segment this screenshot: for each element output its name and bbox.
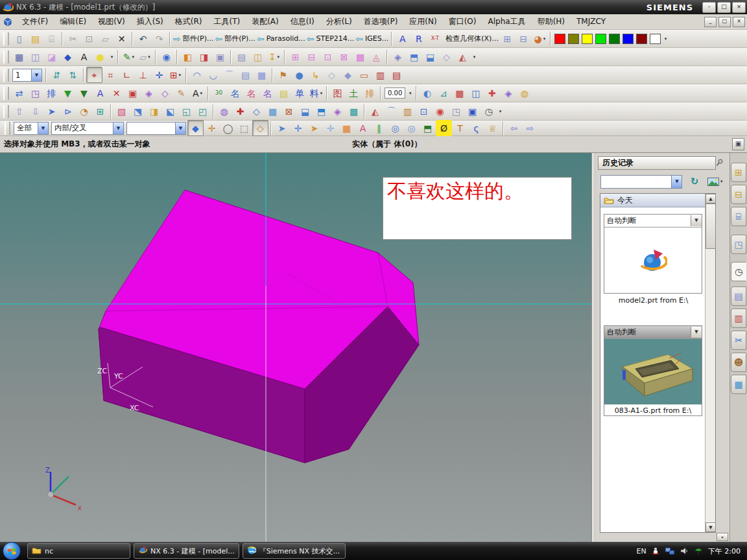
history-item-2[interactable]: 自动判断 ▼ 083-A1-G. — [604, 325, 702, 416]
delete[interactable]: ✕ — [113, 30, 130, 47]
swatch-red[interactable] — [554, 34, 565, 44]
menu-minimize-button[interactable]: _ — [704, 17, 717, 27]
graphics-viewport[interactable]: ZC YC XC Z x 不喜欢这样的。 — [0, 153, 591, 542]
menu-item-view[interactable]: 视图(V) — [92, 16, 131, 27]
curve-dd[interactable]: ▾ — [108, 54, 115, 60]
layer-combo[interactable]: 1▼ — [12, 69, 42, 82]
menu-item-insert[interactable]: 插入(S) — [131, 16, 169, 27]
import-step214[interactable]: ⇦STEP214... — [306, 30, 355, 47]
macro-tes[interactable]: ✕ — [108, 85, 124, 101]
snap-int[interactable]: ✛ — [322, 120, 338, 136]
v7[interactable]: ▧ — [113, 103, 130, 119]
layer-visible[interactable]: ⇅ — [65, 67, 81, 83]
scroll-down-button[interactable]: ▼ — [706, 522, 716, 532]
constraint-navigator-tab[interactable]: ⊟ — [731, 185, 746, 204]
macro-doc[interactable]: ▤ — [276, 85, 292, 101]
roles-tab[interactable]: ☻ — [731, 353, 746, 372]
gold-tool[interactable]: ♕ — [484, 120, 501, 136]
v14[interactable]: ✚ — [232, 103, 248, 119]
import-iges[interactable]: ⇦IGES... — [355, 30, 389, 47]
snap-solid[interactable]: ◆ — [187, 120, 204, 136]
crayons[interactable]: ∥ — [371, 120, 387, 136]
macro-frame[interactable]: ▣ — [124, 85, 141, 101]
menu-item-information[interactable]: 信息(I) — [285, 16, 320, 27]
menu-close-button[interactable]: × — [733, 17, 745, 27]
history-item-2-header[interactable]: 自动判断 ▼ — [604, 326, 702, 339]
wcs-save[interactable]: ⊞▾ — [167, 67, 184, 83]
history-item-1-thumbnail[interactable] — [604, 228, 702, 293]
cut[interactable]: ✂ — [65, 30, 81, 47]
system-materials-tab[interactable]: ▤ — [731, 286, 746, 306]
macro-d7[interactable]: ◍ — [516, 85, 532, 101]
sweep-along[interactable]: ↳ — [307, 67, 324, 83]
visualization[interactable]: ◕▾ — [532, 30, 548, 47]
part-navigator-tab[interactable]: ⌸ — [731, 207, 746, 226]
v21[interactable]: ▩ — [346, 103, 362, 119]
pin-icon[interactable] — [714, 157, 726, 169]
datum-plane[interactable]: ▱▾ — [137, 49, 153, 65]
swept[interactable]: ◠ — [189, 67, 205, 83]
hole[interactable]: ↧▾ — [266, 49, 282, 65]
new[interactable]: ▯ — [11, 30, 27, 47]
menu-item-format[interactable]: 格式(R) — [169, 16, 208, 27]
v23[interactable]: ⌒ — [383, 103, 399, 119]
pink-a[interactable]: A — [355, 120, 371, 136]
layer-settings[interactable]: ⇵ — [49, 67, 65, 83]
history-item-2-dropdown[interactable]: ▼ — [691, 327, 702, 338]
history-section-today[interactable]: 今天 — [600, 194, 706, 207]
method-filter-arrow[interactable]: ▼ — [113, 122, 123, 134]
v24[interactable]: ▥ — [399, 103, 416, 119]
snap-mid[interactable]: ✛ — [290, 120, 306, 136]
nav-forward[interactable]: ⇨ — [522, 120, 538, 136]
import-part[interactable]: ⇦部件(P)... — [214, 30, 255, 47]
four-point[interactable]: ◆ — [340, 67, 356, 83]
macro-part[interactable]: ◳ — [27, 85, 43, 101]
mesh-surface[interactable]: ▤ — [237, 67, 254, 83]
macro-name1[interactable]: 名 — [227, 85, 243, 101]
panel-corner-button[interactable]: ▾ — [717, 533, 728, 541]
menu-item-window[interactable]: 窗口(O) — [443, 16, 482, 27]
assembly-navigator-tab[interactable]: ⊞ — [731, 163, 746, 182]
macro-earth[interactable]: 土 — [346, 85, 362, 101]
color-dd[interactable]: ▾ — [662, 36, 669, 41]
annotation-a[interactable]: A — [394, 30, 410, 47]
swatch-yellow[interactable] — [582, 34, 593, 44]
history-item-2-thumbnail[interactable] — [604, 339, 702, 404]
layer-combo-arrow[interactable]: ▼ — [31, 69, 42, 81]
unite[interactable]: ▤ — [233, 49, 250, 65]
macro-pai[interactable]: 排 — [43, 85, 60, 101]
history-item-1-header[interactable]: 自动判断 ▼ — [604, 215, 702, 228]
menu-restore-button[interactable]: □ — [718, 17, 731, 27]
datum-box-a[interactable]: ◫ — [27, 49, 43, 65]
wire-cube[interactable]: ◇ — [252, 120, 268, 136]
macro-tu[interactable]: 图 — [329, 85, 346, 101]
section-surface[interactable]: ▤ — [388, 67, 405, 83]
swatch-olive[interactable] — [568, 34, 579, 44]
v15[interactable]: ◇ — [248, 103, 265, 119]
menu-item-tmjzcy[interactable]: TMJZCY — [571, 16, 611, 27]
network-tray-icon[interactable] — [665, 546, 675, 556]
macro-text[interactable]: A — [92, 85, 108, 101]
annotation-r[interactable]: R — [410, 30, 427, 47]
view-dd[interactable]: ▾ — [497, 109, 504, 114]
wcs-dynamics[interactable]: ⌖ — [86, 67, 102, 83]
v25[interactable]: ⊡ — [416, 103, 432, 119]
wcs-rotate[interactable]: ∟ — [119, 67, 135, 83]
snap-end[interactable]: ➤ — [274, 120, 290, 136]
history-item-1-dropdown[interactable]: ▼ — [691, 215, 702, 226]
macro-d4[interactable]: ◫ — [468, 85, 484, 101]
history-tab[interactable]: ◷ — [731, 262, 746, 281]
menu-item-assemblies[interactable]: 装配(A) — [246, 16, 285, 27]
v5[interactable]: ◔ — [76, 103, 92, 119]
undo[interactable]: ↶ — [135, 30, 151, 47]
studio-surface[interactable]: ⚑ — [275, 67, 291, 83]
sew[interactable]: ◇ — [438, 49, 455, 65]
macro-d2[interactable]: ⊿ — [435, 85, 451, 101]
paste[interactable]: ▱ — [97, 30, 113, 47]
type-filter[interactable]: 全部▼ — [14, 122, 49, 135]
v10[interactable]: ⬕ — [162, 103, 178, 119]
revolve[interactable]: ◨ — [196, 49, 212, 65]
hammer-tool[interactable]: T — [452, 120, 468, 136]
macro-sync[interactable]: ⇄ — [11, 85, 27, 101]
swatch-blue[interactable] — [622, 34, 634, 44]
